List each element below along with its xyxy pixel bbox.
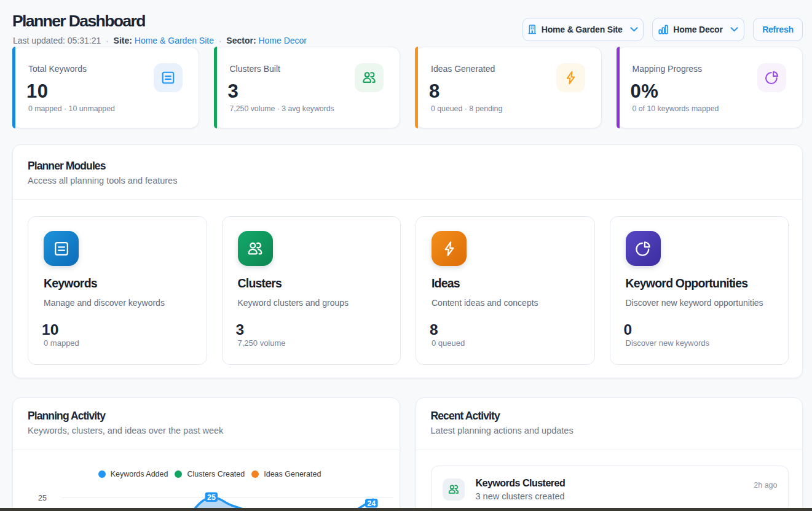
svg-text:24: 24 <box>367 499 376 508</box>
svg-text:25: 25 <box>38 494 47 502</box>
svg-text:25: 25 <box>207 493 216 502</box>
